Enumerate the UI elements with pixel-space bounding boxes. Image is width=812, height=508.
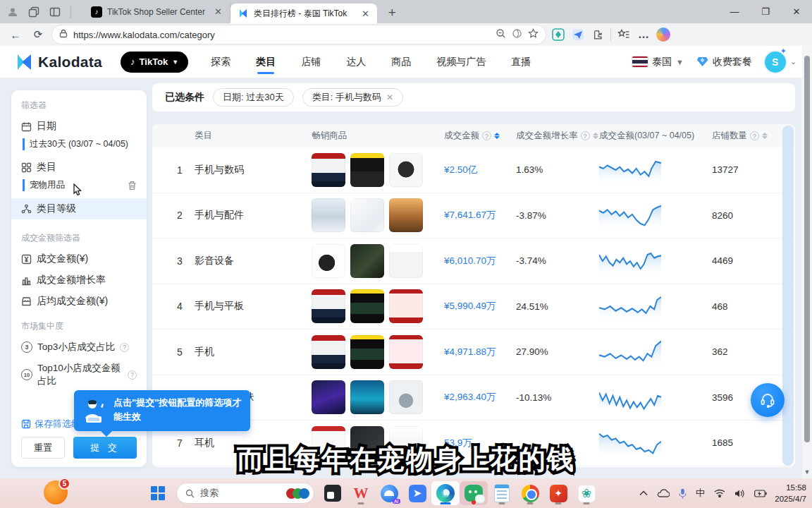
product-thumbnail[interactable] bbox=[312, 244, 345, 278]
product-thumbnail[interactable] bbox=[389, 335, 423, 369]
nav-video-ads[interactable]: 视频与广告 bbox=[436, 46, 486, 78]
gmv-value[interactable]: ¥6,010.70万 bbox=[444, 255, 516, 267]
taskbar-app-thunder[interactable]: ➤ bbox=[403, 481, 431, 505]
table-row[interactable]: 4 手机与平板 ¥5,990.49万 24.51% 468 bbox=[152, 284, 795, 330]
taskbar-app-edge[interactable] bbox=[431, 481, 460, 505]
product-thumbnail[interactable] bbox=[389, 153, 423, 187]
translate-extension-icon[interactable] bbox=[571, 28, 585, 42]
table-row[interactable]: 3 影音设备 ¥6,010.70万 -3.74% 4469 bbox=[152, 238, 795, 284]
filter-gmv[interactable]: 成交金额(¥) bbox=[21, 253, 137, 265]
table-row[interactable]: 2 手机与配件 ¥7,641.67万 -3.87% 8260 bbox=[152, 193, 795, 239]
product-thumbnail[interactable] bbox=[350, 335, 384, 369]
product-thumbnail[interactable] bbox=[312, 289, 345, 323]
taskbar-app-flower[interactable]: ❀ bbox=[572, 481, 601, 505]
product-thumbnail[interactable] bbox=[350, 153, 384, 187]
sort-icon[interactable] bbox=[494, 133, 500, 139]
window-restore-button[interactable]: ❐ bbox=[750, 0, 781, 23]
copilot-icon[interactable] bbox=[656, 28, 670, 42]
col-gmv-trend[interactable]: 成交金额(03/07 ~ 04/05) bbox=[599, 130, 712, 142]
taskbar-app-chrome[interactable] bbox=[516, 481, 544, 505]
col-gmv-growth[interactable]: 成交金额增长率 ? bbox=[516, 130, 599, 142]
help-icon[interactable]: ? bbox=[120, 343, 129, 352]
taskbar-app-wps[interactable]: W bbox=[347, 481, 375, 505]
tray-expand-icon[interactable] bbox=[639, 490, 648, 496]
new-tab-button[interactable]: ＋ bbox=[377, 4, 407, 20]
filter-date-value[interactable]: 过去30天 (03/07 ~ 04/05) bbox=[23, 138, 137, 150]
platform-selector[interactable]: ♪ TikTok ▼ bbox=[121, 52, 188, 73]
help-icon[interactable]: ? bbox=[581, 131, 590, 140]
taskbar-app-wechat[interactable] bbox=[460, 481, 488, 505]
page-scrollbar-thumb[interactable] bbox=[804, 56, 810, 442]
product-thumbnail[interactable] bbox=[350, 198, 384, 232]
browser-tab-tiktok-seller[interactable]: ♪ TikTok Shop Seller Center | Cross ✕ bbox=[84, 3, 230, 21]
product-thumbnail[interactable] bbox=[350, 244, 384, 278]
taskbar-clock[interactable]: 15:58 2025/4/7 bbox=[775, 482, 806, 504]
customer-support-button[interactable] bbox=[751, 383, 785, 417]
page-scrollbar[interactable]: ▼ bbox=[802, 46, 812, 478]
chip-date[interactable]: 日期: 过去30天 bbox=[213, 88, 294, 107]
region-selector[interactable]: 泰国 ▼ bbox=[632, 56, 684, 68]
filter-gmv-growth[interactable]: 成交金额增长率 bbox=[21, 274, 137, 286]
translate-icon[interactable] bbox=[512, 28, 522, 42]
gmv-value[interactable]: ¥5,990.49万 bbox=[444, 300, 516, 313]
taskbar-app-snip[interactable] bbox=[319, 481, 347, 505]
nav-shop[interactable]: 店铺 bbox=[301, 46, 321, 78]
account-menu[interactable]: ✦ S ⌄ bbox=[765, 52, 796, 73]
battery-icon[interactable] bbox=[754, 490, 767, 497]
product-thumbnail[interactable] bbox=[389, 198, 423, 232]
filter-gmv-per-shop[interactable]: 店均成交金额(¥) bbox=[21, 295, 137, 308]
back-button[interactable]: ← bbox=[7, 29, 24, 41]
ime-indicator[interactable]: 中 bbox=[696, 487, 705, 500]
nav-category[interactable]: 类目 bbox=[256, 46, 276, 78]
zoom-out-icon[interactable] bbox=[496, 28, 506, 42]
extensions-puzzle-icon[interactable] bbox=[591, 28, 605, 42]
kalodata-extension-icon[interactable] bbox=[551, 28, 565, 42]
filter-date[interactable]: 日期 bbox=[21, 120, 137, 133]
sort-icon[interactable] bbox=[762, 133, 768, 139]
taskbar-app-red[interactable]: ✦ bbox=[544, 481, 572, 505]
speaker-icon[interactable] bbox=[734, 489, 745, 498]
table-scrollbar-track[interactable] bbox=[782, 126, 794, 466]
favorite-star-icon[interactable] bbox=[528, 28, 539, 42]
nav-creator[interactable]: 达人 bbox=[346, 46, 366, 78]
profile-icon[interactable] bbox=[7, 6, 18, 18]
onedrive-cloud-icon[interactable] bbox=[657, 489, 670, 497]
filter-category[interactable]: 类目 bbox=[21, 161, 137, 174]
product-thumbnail[interactable] bbox=[312, 335, 345, 369]
workspaces-icon[interactable] bbox=[28, 6, 39, 18]
address-bar[interactable]: https://www.kalodata.com/category bbox=[52, 25, 546, 44]
window-close-button[interactable]: ✕ bbox=[781, 0, 812, 23]
microphone-icon[interactable] bbox=[679, 488, 687, 499]
category-name[interactable]: 手机与配件 bbox=[195, 209, 312, 222]
col-category[interactable]: 类目 bbox=[195, 130, 312, 142]
product-thumbnail[interactable] bbox=[350, 289, 384, 323]
col-gmv[interactable]: 成交金额 ? bbox=[444, 130, 516, 142]
favorites-bar-icon[interactable] bbox=[617, 28, 631, 42]
category-name[interactable]: 手机与平板 bbox=[195, 300, 312, 313]
nav-live[interactable]: 直播 bbox=[511, 46, 531, 78]
product-thumbnail[interactable] bbox=[389, 244, 423, 278]
product-thumbnail[interactable] bbox=[312, 153, 345, 187]
tab-layout-icon[interactable] bbox=[49, 6, 61, 18]
col-hot-products[interactable]: 畅销商品 bbox=[312, 130, 444, 142]
pricing-link[interactable]: 收费套餐 bbox=[696, 56, 752, 68]
refresh-button[interactable]: ⟳ bbox=[30, 28, 47, 41]
trash-icon[interactable] bbox=[128, 181, 137, 190]
window-minimize-button[interactable]: — bbox=[719, 0, 750, 23]
category-name[interactable]: 手机 bbox=[195, 346, 312, 358]
gmv-value[interactable]: ¥7,641.67万 bbox=[444, 209, 516, 222]
category-name[interactable]: 影音设备 bbox=[195, 255, 312, 267]
help-icon[interactable]: ? bbox=[128, 370, 137, 380]
help-icon[interactable]: ? bbox=[750, 131, 759, 140]
taskbar-app-qqbrowser[interactable] bbox=[375, 481, 403, 505]
filter-category-level[interactable]: 类目等级 bbox=[11, 198, 147, 219]
product-thumbnail[interactable] bbox=[312, 198, 345, 232]
taskbar-app-notepad[interactable] bbox=[488, 481, 516, 505]
product-thumbnail[interactable] bbox=[389, 380, 423, 414]
product-thumbnail[interactable] bbox=[350, 380, 384, 414]
gmv-value[interactable]: ¥2,963.40万 bbox=[444, 391, 516, 404]
gmv-value[interactable]: ¥4,971.88万 bbox=[444, 346, 516, 358]
gmv-value[interactable]: ¥2.50亿 bbox=[444, 164, 516, 176]
sort-icon[interactable] bbox=[593, 133, 598, 139]
taskbar-search[interactable]: 搜索 bbox=[176, 483, 314, 504]
